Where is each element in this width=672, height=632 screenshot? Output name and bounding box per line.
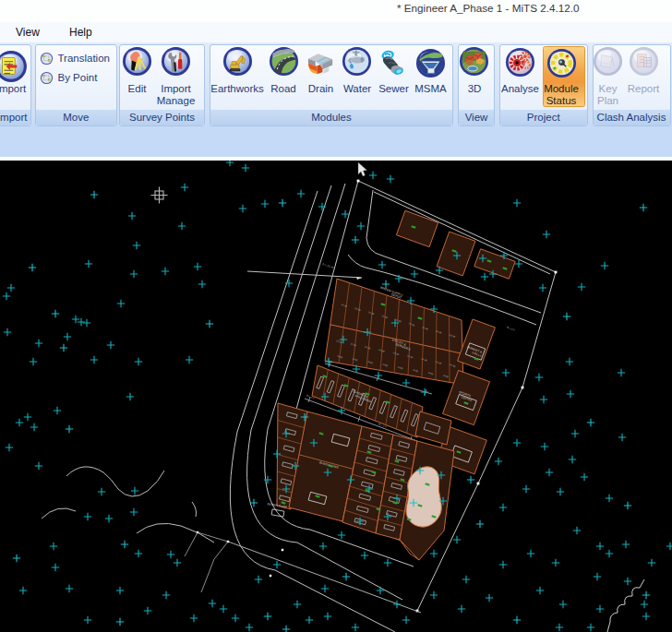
svg-text:B.L.9.9: B.L.9.9 [506, 326, 515, 332]
svg-text:B.L.23.45: B.L.23.45 [322, 262, 335, 269]
